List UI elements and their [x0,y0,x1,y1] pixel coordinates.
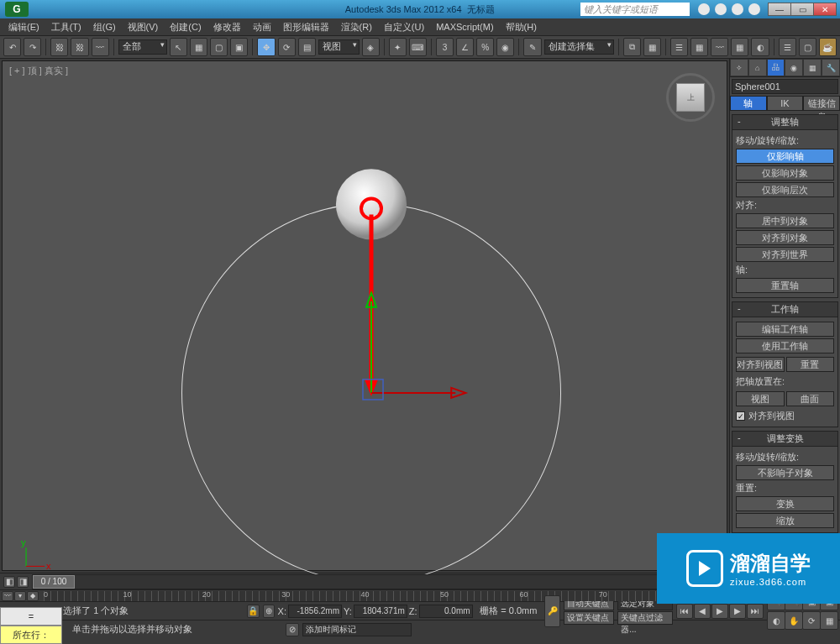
edit-working-pivot-button[interactable]: 编辑工作轴 [736,322,834,337]
rollout-scroll[interactable]: 调整轴 移动/旋转/缩放: 仅影响轴 仅影响对象 仅影响层次 对齐: 居中到对象… [730,111,840,573]
menu-create[interactable]: 创建(C) [165,19,206,35]
orbit-button[interactable]: ⟳ [802,611,821,630]
y-input[interactable]: 1804.371m [354,605,407,618]
spinner-snap-button[interactable]: ◉ [496,38,514,56]
unlink-button[interactable]: ⛓ [71,38,88,56]
undo-button[interactable]: ↶ [3,38,21,56]
minimize-button[interactable]: — [768,3,791,16]
help-icon[interactable] [748,3,760,15]
create-tab-icon[interactable]: ✧ [730,59,748,76]
bind-spacewarp-button[interactable]: 〰 [92,38,109,56]
communication-icon[interactable] [715,3,727,15]
select-object-button[interactable]: ↖ [170,38,187,56]
time-slider-mode-icon[interactable]: ◨ [17,576,29,588]
pivot-center-button[interactable]: ◈ [362,38,380,56]
use-working-pivot-button[interactable]: 使用工作轴 [736,338,834,353]
edit-named-sel-button[interactable]: ✎ [523,38,541,56]
align-to-view-checkbox[interactable]: ✓ 对齐到视图 [736,410,834,422]
rollout-header[interactable]: 调整轴 [732,115,837,130]
z-input[interactable]: 0.0mm [419,605,473,618]
maximize-button[interactable]: ▭ [790,3,814,16]
reset-transform-button[interactable]: 变换 [736,496,834,511]
menu-customize[interactable]: 自定义(U) [379,19,429,35]
menu-help[interactable]: 帮助(H) [501,19,542,35]
listener-mini-button[interactable]: = [0,607,62,626]
manipulate-button[interactable]: ✦ [389,38,407,56]
close-button[interactable]: ✕ [813,3,837,16]
object-name-input[interactable]: Sphere001 [732,79,838,94]
pivot-tab[interactable]: 轴 [730,96,767,111]
goto-start-button[interactable]: ⏮ [676,604,693,619]
app-logo-icon[interactable]: G [5,2,29,17]
rotate-button[interactable]: ⟳ [278,38,296,56]
material-editor-button[interactable]: ◐ [751,38,769,56]
listener-input[interactable]: 所在行： [0,626,62,644]
snap-toggle-3-button[interactable]: 3 [436,38,454,56]
center-to-object-button[interactable]: 居中到对象 [736,213,834,228]
align-button[interactable]: ▦ [643,38,661,56]
menu-animation[interactable]: 动画 [248,19,276,35]
select-region-button[interactable]: ▢ [210,38,228,56]
align-to-world-button[interactable]: 对齐到世界 [736,247,834,262]
next-frame-button[interactable]: ▶ [729,604,746,619]
selection-filter-dropdown[interactable]: 全部 [118,39,167,55]
place-view-button[interactable]: 视图 [736,391,785,406]
link-button[interactable]: ⛓ [50,38,68,56]
mirror-button[interactable]: ⧉ [623,38,641,56]
move-button[interactable]: ✥ [257,38,275,56]
time-tag-icon[interactable]: ⊘ [286,623,299,636]
time-tag-input[interactable]: 添加时间标记 [302,623,412,636]
refcoord-dropdown[interactable]: 视图 [318,39,360,55]
viewcube-face[interactable]: 上 [676,83,705,112]
favorites-icon[interactable] [732,3,743,15]
display-tab-icon[interactable]: ▦ [803,59,822,76]
hierarchy-tab-icon[interactable]: 品 [767,59,785,76]
x-input[interactable]: -1856.2mm [288,605,342,618]
select-by-name-button[interactable]: ▦ [190,38,207,56]
search-icon[interactable] [698,3,710,15]
rendered-frame-button[interactable]: ▢ [799,38,816,56]
graphite-button[interactable]: ▦ [690,38,708,56]
menu-view[interactable]: 视图(V) [123,19,164,35]
set-key-big-button[interactable]: 🔑 [544,595,560,627]
time-slider-thumb[interactable]: 0 / 100 [33,575,75,589]
ik-tab[interactable]: IK [767,96,804,111]
redo-button[interactable]: ↷ [24,38,41,56]
viewport-top[interactable]: [ + ] 顶 ] 真实 ] [2,60,727,571]
mini-curve-editor-icon[interactable]: 〰 [2,591,13,601]
menu-rendering[interactable]: 渲染(R) [336,19,377,35]
motion-tab-icon[interactable]: ◉ [785,59,803,76]
reset-working-pivot-button[interactable]: 重置 [786,357,835,372]
window-crossing-button[interactable]: ▣ [230,38,248,56]
menu-tools[interactable]: 工具(T) [46,19,87,35]
maximize-viewport-button[interactable]: ▦ [820,611,838,630]
schematic-view-button[interactable]: ▦ [731,38,748,56]
align-to-view-button[interactable]: 对齐到视图 [736,357,785,372]
keyboard-shortcut-button[interactable]: ⌨ [409,38,427,56]
rollout-header[interactable]: 工作轴 [732,302,837,317]
key-filters-button[interactable]: 关键点过滤器... [617,611,673,625]
align-to-object-button[interactable]: 对齐到对象 [736,230,834,245]
prev-frame-button[interactable]: ◀ [694,604,711,619]
menu-edit[interactable]: 编辑(E) [3,19,45,35]
named-sel-dropdown[interactable]: 创建选择集 [544,39,614,55]
fov-button[interactable]: ◐ [767,611,785,630]
set-key-button[interactable]: 设置关键点 [564,611,614,625]
affect-hierarchy-only-button[interactable]: 仅影响层次 [736,182,834,197]
place-surface-button[interactable]: 曲面 [786,391,835,406]
menu-graph-editors[interactable]: 图形编辑器 [278,19,334,35]
trackbar-keys-icon[interactable]: ◆ [27,591,39,601]
scale-button[interactable]: ▤ [298,38,316,56]
trackbar-filter-icon[interactable]: ▾ [14,591,26,601]
linkinfo-tab[interactable]: 链接信息 [803,96,840,111]
curve-editor-button[interactable]: 〰 [711,38,728,56]
rollout-header[interactable]: 调整变换 [732,432,837,447]
pan-button[interactable]: ✋ [785,611,803,630]
play-button[interactable]: ▶ [711,604,728,619]
menu-maxscript[interactable]: MAXScript(M) [431,20,498,34]
goto-end-button[interactable]: ⏭ [747,604,764,619]
modify-tab-icon[interactable]: ⌂ [748,59,767,76]
menu-group[interactable]: 组(G) [88,19,121,35]
render-setup-button[interactable]: ☰ [779,38,796,56]
help-search-input[interactable]: 键入关键字或短语 [580,3,690,16]
